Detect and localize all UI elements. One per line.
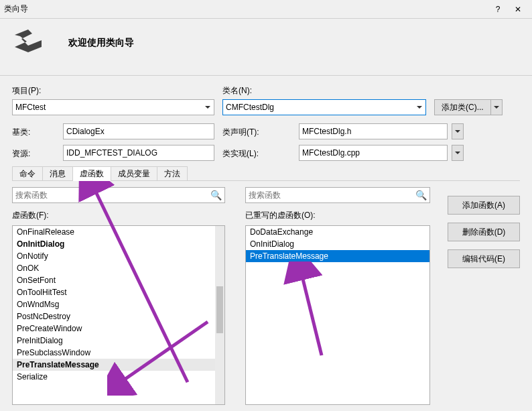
list-item[interactable]: OnWndMsg [13,298,215,310]
window-title: 类向导 [4,3,488,15]
side-buttons: 添加函数(A) 删除函数(D) 编辑代码(E) [448,196,520,268]
chevron-down-icon [455,152,460,154]
tabs: 命令 消息 虚函数 成员变量 方法 [0,166,532,181]
decl-dropdown[interactable] [452,123,464,139]
overridden-list[interactable]: DoDataExchangeOnInitDialogPreTranslateMe… [245,225,430,405]
list-item[interactable]: OnInitDialog [13,238,215,250]
tab-virtual-functions[interactable]: 虚函数 [72,166,111,181]
label-virt-list: 虚函数(F): [12,210,225,221]
decl-value: MFCtestDlg.h [302,127,351,136]
svg-marker-0 [15,30,42,52]
decl-combo[interactable]: MFCtestDlg.h [299,123,448,139]
label-project: 项目(P): [12,84,222,97]
list-item[interactable]: PreSubclassWindow [13,347,215,359]
list-item[interactable]: OnInitDialog [246,238,429,250]
list-item[interactable]: PreTranslateMessage [246,250,429,262]
list-item[interactable]: OnNotify [13,250,215,262]
impl-combo[interactable]: MFCtestDlg.cpp [299,145,448,161]
label-resource: 资源: [12,147,63,160]
label-base: 基类: [12,125,63,138]
add-class-button[interactable]: 添加类(C)... [434,99,503,115]
list-item[interactable]: PreCreateWindow [13,322,215,335]
titlebar: 类向导 ? ✕ [0,0,532,19]
search-right-input[interactable] [249,188,413,202]
virtual-functions-list[interactable]: OnFinalReleaseOnInitDialogOnNotifyOnOKOn… [12,225,225,405]
resource-value: IDD_MFCTEST_DIALOG [63,145,214,161]
search-left-input[interactable] [15,188,208,202]
impl-dropdown[interactable] [452,145,464,161]
tab-messages[interactable]: 消息 [42,166,73,181]
chevron-down-icon [455,130,460,133]
label-impl: 类实现(L): [222,147,299,160]
add-function-button[interactable]: 添加函数(A) [448,196,520,215]
wizard-title: 欢迎使用类向导 [68,37,134,49]
tab-commands[interactable]: 命令 [12,166,43,181]
search-icon: 🔍 [210,190,222,200]
list-item[interactable]: OnFinalRelease [13,226,215,238]
chevron-down-icon [202,100,214,115]
list-item[interactable]: OnOK [13,262,215,274]
scrollbar-thumb[interactable] [216,286,223,333]
label-classname: 类名(N): [222,84,252,97]
delete-function-button[interactable]: 删除函数(D) [448,223,520,241]
tab-member-vars[interactable]: 成员变量 [111,166,157,181]
wizard-header: 欢迎使用类向导 [0,19,532,76]
list-item[interactable]: DoDataExchange [246,226,429,238]
base-value: CDialogEx [63,123,214,139]
chevron-down-icon[interactable] [490,99,503,115]
search-left[interactable]: 🔍 [12,187,225,203]
list-item[interactable]: PreInitDialog [13,335,215,347]
close-button[interactable]: ✕ [508,2,528,17]
label-overridden-list: 已重写的虚函数(O): [245,210,430,221]
list-item[interactable]: PreTranslateMessage [13,359,215,371]
list-item[interactable]: PostNcDestroy [13,310,215,322]
impl-value: MFCtestDlg.cpp [302,148,360,158]
project-value: MFCtest [15,103,46,112]
classname-value: CMFCtestDlg [226,103,274,112]
list-item[interactable]: Serialize [13,371,215,383]
chevron-down-icon [413,100,425,115]
scrollbar[interactable] [215,226,224,404]
classname-combo[interactable]: CMFCtestDlg [222,99,426,115]
project-combo[interactable]: MFCtest [12,99,214,115]
wizard-icon [12,27,44,59]
search-right[interactable]: 🔍 [245,187,430,203]
edit-code-button[interactable]: 编辑代码(E) [448,249,520,268]
list-item[interactable]: OnToolHitTest [13,286,215,298]
search-icon: 🔍 [415,190,427,200]
list-item[interactable]: OnSetFont [13,274,215,286]
tab-methods[interactable]: 方法 [157,166,188,181]
label-decl: 类声明(T): [222,125,299,138]
help-button[interactable]: ? [488,2,508,17]
form-area: 项目(P): 类名(N): MFCtest CMFCtestDlg 添加类(C)… [0,76,532,161]
